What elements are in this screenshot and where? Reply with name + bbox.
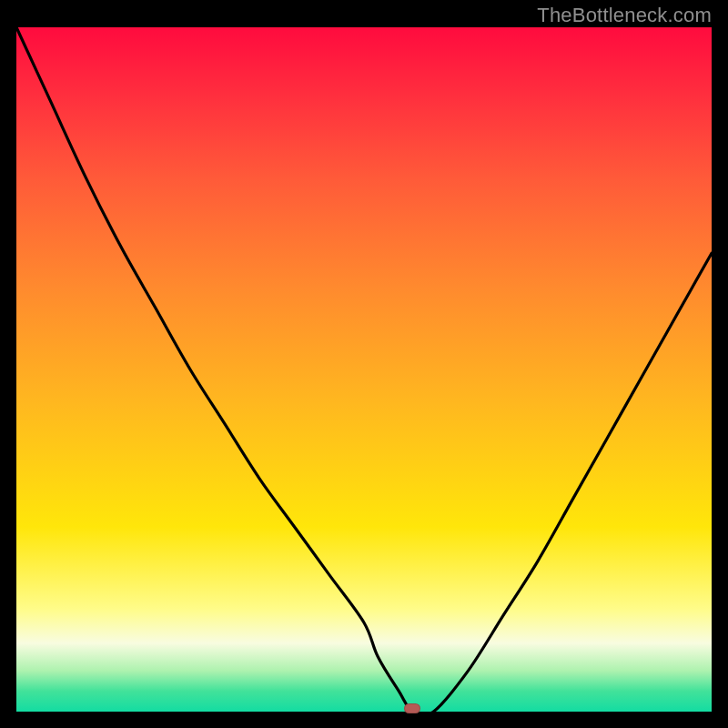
watermark-text: TheBottleneck.com (537, 4, 712, 27)
bottleneck-curve (16, 27, 712, 712)
minimum-marker (404, 703, 420, 713)
chart-frame: TheBottleneck.com (0, 0, 728, 728)
plot-area (16, 27, 712, 712)
